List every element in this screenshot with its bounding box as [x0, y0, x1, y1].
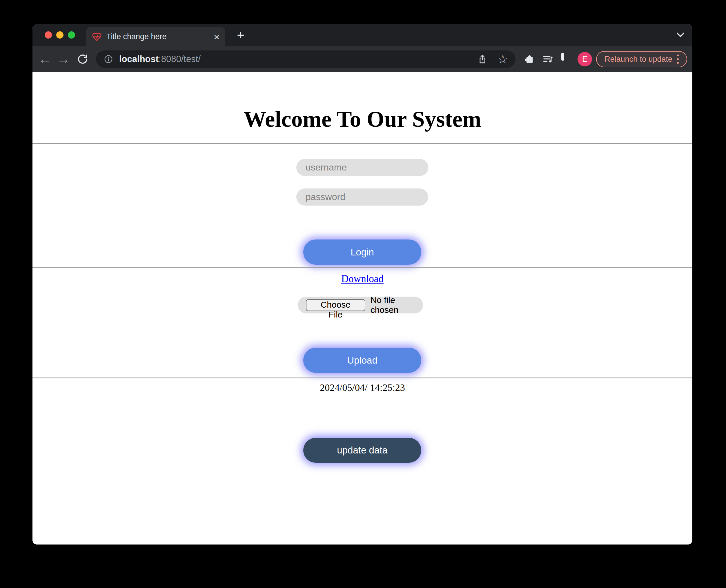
share-icon[interactable] [477, 54, 488, 64]
forward-arrow-icon[interactable]: → [56, 46, 71, 72]
side-panel-icon[interactable] [561, 54, 571, 65]
address-bar[interactable]: localhost :8080/test/ ☆ [96, 50, 515, 68]
desktop-background: Title change here × + ← → [0, 0, 726, 588]
url-path: :8080/test/ [158, 54, 201, 64]
close-window-button[interactable] [45, 31, 52, 39]
section-divider [33, 267, 692, 268]
browser-tab[interactable]: Title change here × [86, 27, 225, 46]
kebab-menu-icon[interactable] [677, 55, 679, 64]
zoom-window-button[interactable] [68, 31, 75, 39]
profile-avatar[interactable]: E [578, 52, 592, 66]
back-arrow-icon[interactable]: ← [37, 46, 53, 72]
web-page-content: Welcome To Our System Login Download Cho… [33, 72, 692, 545]
download-row: Download [33, 273, 692, 285]
file-chosen-status: No file chosen [370, 295, 423, 315]
section-divider [33, 378, 692, 378]
star-icon[interactable]: ☆ [497, 54, 508, 65]
new-tab-button[interactable]: + [233, 28, 248, 43]
password-input[interactable] [296, 188, 428, 206]
username-input[interactable] [296, 159, 428, 176]
login-button[interactable]: Login [303, 239, 421, 265]
heart-pulse-favicon-icon [92, 32, 102, 42]
relaunch-to-update-button[interactable]: Relaunch to update [596, 51, 687, 67]
chevron-down-icon[interactable] [675, 31, 686, 39]
file-input[interactable]: Choose File No file chosen [298, 297, 423, 313]
relaunch-label: Relaunch to update [604, 55, 672, 64]
reload-icon[interactable] [77, 53, 89, 65]
close-tab-icon[interactable]: × [214, 32, 219, 42]
info-icon[interactable] [104, 54, 113, 64]
url-host: localhost [119, 54, 158, 64]
download-link[interactable]: Download [341, 273, 384, 285]
timestamp-text: 2024/05/04/ 14:25:23 [33, 382, 692, 393]
window-controls [45, 31, 75, 39]
minimize-window-button[interactable] [56, 31, 64, 39]
extensions-puzzle-icon[interactable] [523, 54, 535, 65]
browser-window: Title change here × + ← → [33, 24, 692, 545]
browser-toolbar: ← → localhost :8080/test/ [33, 46, 692, 72]
choose-file-button[interactable]: Choose File [306, 299, 365, 311]
update-data-button[interactable]: update data [303, 438, 421, 463]
avatar-initial: E [582, 55, 588, 64]
upload-button[interactable]: Upload [303, 348, 421, 373]
page-title: Welcome To Our System [33, 106, 692, 132]
tab-title: Title change here [106, 32, 214, 41]
section-divider [33, 143, 692, 144]
tab-strip: Title change here × + [33, 24, 692, 46]
media-queue-icon[interactable] [542, 54, 554, 65]
